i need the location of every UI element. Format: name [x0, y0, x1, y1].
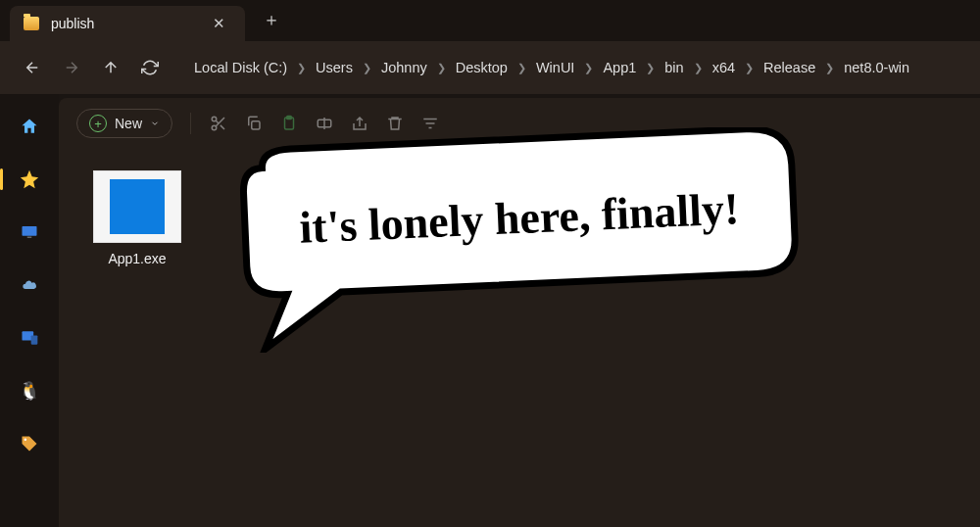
tab-publish[interactable]: publish ✕	[10, 6, 245, 41]
rename-icon	[316, 115, 333, 132]
svg-rect-0	[23, 226, 37, 236]
chevron-right-icon: ❯	[584, 62, 593, 74]
crumb-net8[interactable]: net8.0-win	[840, 56, 913, 79]
sidebar-item-thispc[interactable]	[12, 323, 47, 353]
crumb-desktop[interactable]: Desktop	[452, 56, 512, 79]
chevron-down-icon	[150, 119, 160, 128]
star-icon	[19, 168, 40, 190]
penguin-icon: 🐧	[19, 380, 40, 402]
tab-bar: publish ✕ ＋	[0, 0, 980, 41]
file-name: App1.exe	[108, 251, 166, 266]
trash-icon	[386, 115, 404, 132]
file-item[interactable]: App1.exe	[88, 170, 186, 266]
crumb-users[interactable]: Users	[312, 56, 357, 79]
tag-icon	[20, 434, 39, 454]
cut-button[interactable]	[209, 114, 228, 133]
crumb-root[interactable]: Local Disk (C:)	[190, 56, 291, 79]
file-grid: App1.exe	[59, 149, 980, 288]
svg-point-4	[24, 439, 27, 442]
sidebar-item-desktop[interactable]	[12, 217, 47, 247]
paste-button[interactable]	[279, 114, 299, 133]
svg-rect-9	[287, 117, 292, 120]
chevron-right-icon: ❯	[745, 62, 754, 74]
pc-icon	[20, 328, 39, 348]
tab-title: publish	[51, 16, 195, 31]
new-tab-button[interactable]: ＋	[255, 6, 288, 33]
sidebar-item-onedrive[interactable]	[12, 270, 47, 300]
crumb-release[interactable]: Release	[760, 56, 819, 79]
toolbar: + New	[59, 98, 980, 149]
svg-rect-7	[252, 121, 260, 129]
copy-icon	[245, 115, 263, 132]
crumb-x64[interactable]: x64	[709, 56, 739, 79]
nav-bar: Local Disk (C:)❯ Users❯ Johnny❯ Desktop❯…	[0, 41, 980, 94]
copy-button[interactable]	[244, 114, 264, 133]
chevron-right-icon: ❯	[437, 62, 446, 74]
close-icon[interactable]: ✕	[207, 13, 231, 34]
crumb-winui[interactable]: WinUI	[532, 56, 578, 79]
chevron-right-icon: ❯	[646, 62, 655, 74]
new-button-label: New	[115, 116, 142, 131]
toolbar-divider	[190, 113, 191, 134]
chevron-right-icon: ❯	[825, 62, 834, 74]
chevron-right-icon: ❯	[694, 62, 703, 74]
svg-rect-3	[31, 336, 38, 345]
sidebar-item-favorites[interactable]	[12, 165, 47, 194]
sidebar: 🐧	[0, 94, 59, 527]
home-icon	[20, 117, 39, 136]
refresh-button[interactable]	[139, 57, 161, 78]
sidebar-item-linux[interactable]: 🐧	[12, 376, 47, 406]
forward-button[interactable]	[61, 57, 82, 78]
chevron-right-icon: ❯	[517, 62, 526, 74]
crumb-app1[interactable]: App1	[599, 56, 640, 79]
up-button[interactable]	[100, 57, 122, 78]
sort-button[interactable]	[420, 114, 440, 133]
sort-icon	[421, 115, 439, 132]
svg-point-5	[212, 117, 217, 121]
cloud-icon	[19, 277, 40, 293]
back-button[interactable]	[22, 57, 43, 78]
folder-icon	[24, 17, 39, 30]
plus-icon: +	[89, 115, 107, 132]
chevron-right-icon: ❯	[363, 62, 371, 74]
crumb-user[interactable]: Johnny	[377, 56, 431, 79]
share-button[interactable]	[350, 114, 369, 133]
sidebar-item-home[interactable]	[12, 112, 47, 141]
svg-point-6	[212, 125, 217, 130]
delete-button[interactable]	[385, 114, 405, 133]
share-icon	[351, 115, 368, 132]
exe-icon	[93, 170, 181, 243]
monitor-icon	[20, 223, 39, 241]
sidebar-item-tags[interactable]	[12, 429, 47, 458]
crumb-bin[interactable]: bin	[661, 56, 687, 79]
clipboard-icon	[280, 115, 298, 132]
content-pane: + New App1.exe	[59, 98, 980, 527]
scissors-icon	[210, 115, 227, 132]
breadcrumb: Local Disk (C:)❯ Users❯ Johnny❯ Desktop❯…	[190, 56, 913, 79]
rename-button[interactable]	[315, 114, 334, 133]
new-button[interactable]: + New	[76, 109, 172, 138]
chevron-right-icon: ❯	[297, 62, 306, 74]
svg-rect-1	[27, 237, 32, 239]
